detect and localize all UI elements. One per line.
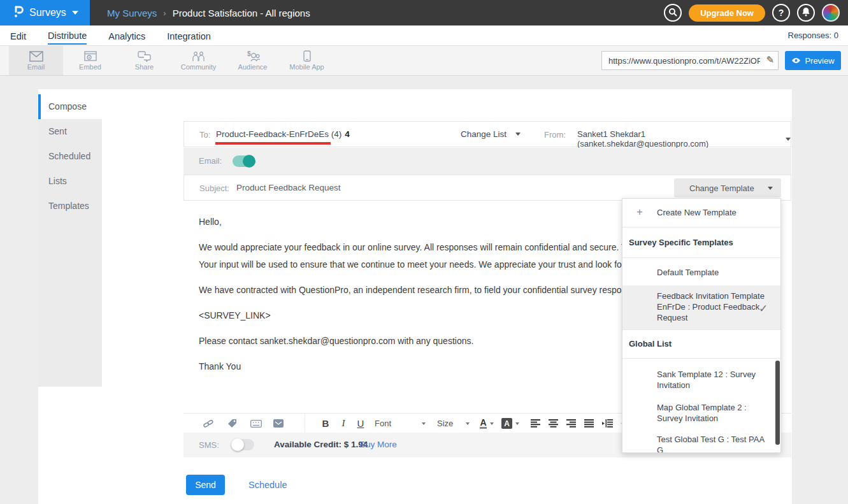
align-right-button[interactable] [565, 414, 577, 433]
channel-label: Mobile App [289, 63, 324, 71]
tab-integration[interactable]: Integration [167, 27, 211, 44]
change-list-dropdown[interactable]: Change List [461, 129, 521, 139]
survey-nav: Edit Distribute Analytics Integration Re… [0, 25, 848, 46]
breadcrumb-my-surveys[interactable]: My Surveys [107, 8, 157, 18]
send-button[interactable]: Send [186, 475, 225, 495]
sidebar-item-compose[interactable]: Compose [38, 94, 102, 119]
align-left-button[interactable] [529, 414, 541, 433]
keyboard-button[interactable] [248, 414, 264, 433]
keyboard-icon [250, 420, 262, 428]
preview-button[interactable]: Preview [785, 51, 841, 70]
chevron-down-icon [786, 138, 791, 141]
insert-link-button[interactable] [201, 414, 215, 433]
avatar[interactable] [822, 4, 840, 22]
to-list-value[interactable]: Product-Feedback-EnFrDeEs (4)4 [216, 129, 350, 139]
template-item-feedback-invitation[interactable]: Feedback Invitation Template EnFrDe : Pr… [622, 285, 780, 330]
mail-merge-button[interactable] [271, 414, 286, 433]
channel-label: Email [27, 63, 45, 71]
sidebar-item-templates[interactable]: Templates [38, 194, 102, 219]
distribute-channel-bar: Email Embed Share Community [0, 46, 848, 76]
subject-input[interactable]: Product Feedback Request [236, 183, 341, 192]
insert-tag-button[interactable] [225, 414, 239, 433]
channel-tab-community[interactable]: Community [171, 46, 226, 75]
chevron-down-icon [515, 422, 519, 425]
responses-count: Responses: 0 [788, 31, 839, 40]
channel-tab-email[interactable]: Email [9, 46, 63, 75]
email-toggle-row: Email: [183, 148, 791, 175]
notifications-button[interactable] [797, 4, 815, 22]
from-sender-dropdown[interactable]: Sanket1 Shekdar1 (sanket.shekdar@questio… [577, 129, 791, 148]
community-icon [191, 51, 206, 62]
channel-tab-share[interactable]: Share [117, 46, 171, 75]
email-toggle[interactable] [233, 155, 254, 167]
tab-distribute[interactable]: Distribute [48, 27, 87, 45]
embed-icon [83, 51, 97, 62]
create-new-template-item[interactable]: + Create New Template [622, 199, 780, 227]
breadcrumb-current-survey: Product Satisfaction - All regions [173, 8, 310, 18]
template-item-test-global[interactable]: Test Global Test G : Test PAA G [622, 428, 780, 453]
sms-toggle[interactable] [233, 439, 254, 450]
indent-icon [602, 419, 613, 428]
search-button[interactable] [664, 4, 682, 22]
chevron-down-icon [490, 422, 494, 425]
chevron-down-icon [466, 422, 470, 425]
indent-button[interactable] [601, 414, 614, 433]
buy-more-link[interactable]: Buy More [360, 440, 397, 449]
preview-label: Preview [805, 56, 834, 66]
help-icon: ? [779, 8, 784, 18]
sms-label: SMS: [199, 440, 219, 450]
justify-button[interactable] [583, 414, 594, 433]
align-left-icon [531, 419, 540, 428]
tab-analytics[interactable]: Analytics [108, 27, 145, 44]
survey-url-input[interactable] [602, 52, 778, 69]
breadcrumb-separator-icon: › [163, 8, 166, 18]
chevron-down-icon [768, 187, 773, 190]
available-credit: Available Credit: $ 1.94 [274, 440, 368, 449]
align-right-icon [566, 419, 576, 428]
justify-icon [584, 419, 594, 428]
toolbar-divider [305, 414, 305, 433]
upgrade-now-button[interactable]: Upgrade Now [689, 4, 765, 22]
sidebar-item-lists[interactable]: Lists [38, 169, 102, 194]
bell-icon [801, 7, 810, 18]
change-template-menu: + Create New Template Survey Specific Te… [622, 198, 781, 453]
pencil-icon[interactable]: ✎ [766, 54, 774, 66]
change-template-button[interactable]: Change Template [674, 178, 781, 198]
audience-icon: $ [245, 50, 261, 62]
font-family-dropdown[interactable]: Font [375, 414, 426, 433]
sidebar-item-sent[interactable]: Sent [38, 119, 102, 144]
tag-icon [227, 419, 237, 428]
align-center-icon [549, 419, 558, 428]
product-switcher[interactable]: Surveys [0, 0, 90, 25]
toggle-knob [231, 438, 244, 451]
template-item-sank-12[interactable]: Sank Template 12 : Survey Invitation [622, 363, 780, 396]
bold-button[interactable]: B [320, 414, 331, 433]
create-new-template-label: Create New Template [657, 208, 737, 217]
sidebar-item-scheduled[interactable]: Scheduled [38, 144, 102, 169]
plus-icon: + [636, 206, 643, 219]
schedule-link[interactable]: Schedule [248, 480, 287, 490]
svg-text:$: $ [247, 50, 251, 57]
channel-tab-audience[interactable]: $ Audience [226, 46, 280, 75]
italic-button[interactable]: I [338, 414, 349, 433]
align-center-button[interactable] [547, 414, 559, 433]
template-item-map-global-2[interactable]: Map Global Template 2 : Survey Invitatio… [622, 396, 780, 429]
valid-email-count: 4 [345, 129, 350, 139]
menu-scrollbar-thumb[interactable] [775, 361, 780, 445]
channel-tab-mobile-app[interactable]: Mobile App [280, 46, 334, 75]
tab-edit[interactable]: Edit [10, 27, 26, 44]
to-label: To: [199, 130, 210, 140]
underline-button[interactable]: U [355, 414, 366, 433]
highlight-color-button[interactable]: A [500, 414, 521, 433]
channel-label: Embed [79, 63, 101, 71]
top-bar: Surveys My Surveys › Product Satisfactio… [0, 0, 848, 25]
email-label: Email: [199, 156, 222, 166]
menu-section-header: Survey Specific Templates [622, 227, 780, 258]
font-size-dropdown[interactable]: Size [437, 414, 473, 433]
channel-label: Share [135, 63, 154, 71]
template-item-default[interactable]: Default Template [622, 258, 780, 285]
text-color-button[interactable]: A [478, 414, 496, 433]
help-button[interactable]: ? [772, 4, 790, 22]
questionpro-logo [13, 4, 24, 22]
channel-tab-embed[interactable]: Embed [63, 46, 117, 75]
